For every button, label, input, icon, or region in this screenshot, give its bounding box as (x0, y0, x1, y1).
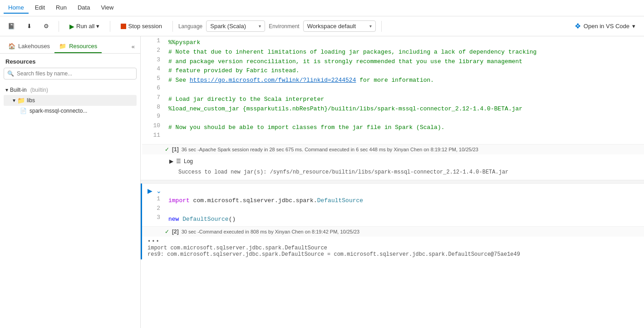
sidebar: 🏠 Lakehouses 📁 Resources « Resources 🔍 ▾… (0, 36, 141, 328)
log-expand-icon: ▶ (169, 158, 173, 164)
language-value: Spark (Scala) (210, 23, 246, 30)
code-line-7: # Load jar directly to the Scala interpr… (165, 95, 644, 104)
check-icon-1: ✓ (165, 146, 169, 153)
collapse-cell-button[interactable]: ⌄ (156, 187, 162, 194)
cell-1: 1 2 3 4 5 6 7 8 9 10 11 %%pyspark # Note… (141, 36, 644, 180)
run-cell-button[interactable]: ▶ (147, 187, 152, 194)
stop-session-button[interactable]: Stop session (116, 20, 167, 32)
builtin-label: Built-in (10, 87, 27, 93)
chevron-down-small-icon: ▾ (13, 97, 15, 104)
cell-1-log-section: ▶ ☰ Log Success to load new jar(s): /syn… (142, 154, 644, 180)
cell-2-inner: 1 2 3 import com.microsoft.sqlserver.jdb… (142, 194, 644, 226)
search-icon: 🔍 (7, 70, 14, 77)
open-vs-code-button[interactable]: ❖ Open in VS Code ▾ (570, 20, 640, 33)
toolbar: 📓 ⬇ ⚙ ▶ Run all ▾ Stop session Language … (0, 16, 644, 36)
chevron-down-icon: ▾ (5, 87, 8, 93)
cell-1-status-text: 36 sec -Apache Spark session ready in 28… (182, 147, 478, 152)
sidebar-tab-resources[interactable]: 📁 Resources (54, 40, 102, 53)
cell-1-status: ✓ [1] 36 sec -Apache Spark session ready… (142, 144, 644, 154)
settings-btn[interactable]: ⚙ (39, 20, 53, 32)
nav-data[interactable]: Data (73, 2, 94, 14)
cell-2-code[interactable]: import com.microsoft.sqlserver.jdbc.spar… (165, 194, 644, 226)
output-line-2: res9: com.microsoft.sqlserver.jdbc.spark… (147, 251, 639, 258)
log-body: Success to load new jar(s): /synfs/nb_re… (169, 166, 639, 178)
search-box: 🔍 (4, 68, 137, 80)
code-line-8: %load_new_custom_jar {mssparkutils.nbRes… (165, 104, 644, 114)
libs-folder[interactable]: ▾ 📁 libs (4, 95, 137, 106)
code-line-4: # feature provided by Fabric instead. (165, 66, 644, 76)
vs-chevron: ▾ (632, 23, 635, 30)
builtin-tree-header[interactable]: ▾ Built-in (builtin) (4, 85, 137, 95)
tree-section: ▾ Built-in (builtin) ▾ 📁 libs 📄 spark-ms… (0, 83, 140, 118)
notebook-icon: 📓 (8, 23, 15, 30)
vs-code-icon: ❖ (575, 22, 581, 30)
run-icon: ▶ (69, 23, 74, 30)
resources-icon: 📁 (59, 43, 66, 50)
log-icon: ☰ (176, 158, 181, 164)
cell-2-status: ✓ [2] 30 sec -Command executed in 808 ms… (142, 226, 644, 237)
sidebar-tab-lakehouses[interactable]: 🏠 Lakehouses (4, 40, 54, 53)
top-nav: Home Edit Run Data View (0, 0, 644, 16)
environment-dropdown[interactable]: Workspace default ▾ (303, 20, 376, 32)
cell-2-output: ••• import com.microsoft.sqlserver.jdbc.… (142, 237, 644, 259)
cell-divider (141, 180, 644, 184)
collapse-sidebar-button[interactable]: « (130, 41, 137, 52)
lakehouses-icon: 🏠 (8, 43, 15, 50)
environment-chevron: ▾ (369, 24, 372, 29)
cell-2-controls: ▶ ⌄ (142, 184, 644, 194)
code-line-2: # Note that due to inherent limitations … (165, 48, 644, 57)
language-label: Language (178, 23, 202, 30)
folder-icon: 📁 (17, 97, 25, 104)
run-all-button[interactable]: ▶ Run all ▾ (64, 20, 104, 32)
cell-2-line-2 (165, 206, 644, 215)
resources-label: Resources (69, 43, 97, 50)
code-line-9 (165, 114, 644, 123)
open-vs-label: Open in VS Code (584, 23, 629, 30)
cell-1-code[interactable]: %%pyspark # Note that due to inherent li… (165, 36, 644, 144)
cell-1-inner: 1 2 3 4 5 6 7 8 9 10 11 %%pyspark # Note… (142, 36, 644, 144)
log-header[interactable]: ▶ ☰ Log (169, 156, 639, 166)
nav-run[interactable]: Run (51, 2, 71, 14)
sidebar-title: Resources (0, 54, 140, 68)
code-line-10: # Now you should be able to import class… (165, 123, 644, 133)
language-chevron: ▾ (259, 24, 261, 29)
notebook-area[interactable]: 1 2 3 4 5 6 7 8 9 10 11 %%pyspark # Note… (141, 36, 644, 328)
code-line-1: %%pyspark (165, 38, 644, 48)
log-label: Log (184, 158, 193, 164)
notebook-icon-btn[interactable]: 📓 (4, 20, 19, 32)
cell-2-line-nums: 1 2 3 (142, 194, 165, 226)
download-icon: ⬇ (27, 23, 32, 30)
environment-label: Environment (269, 23, 299, 30)
run-all-chevron: ▾ (96, 23, 99, 30)
sidebar-tabs: 🏠 Lakehouses 📁 Resources « (0, 36, 140, 54)
lakehouses-label: Lakehouses (18, 43, 50, 50)
divider2 (110, 21, 110, 32)
code-line-6 (165, 85, 644, 95)
output-dots: ••• (147, 239, 639, 245)
output-line-1: import com.microsoft.sqlserver.jdbc.spar… (147, 245, 639, 251)
nav-view[interactable]: View (96, 2, 118, 14)
gear-icon: ⚙ (44, 23, 49, 30)
download-btn[interactable]: ⬇ (23, 20, 36, 32)
environment-value: Workspace default (307, 23, 356, 30)
code-line-5: # See https://go.microsoft.com/fwlink/?l… (165, 76, 644, 85)
divider1 (59, 21, 59, 32)
cell-2-line-3: new DefaultSource() (165, 215, 644, 224)
code-line-11 (165, 133, 644, 142)
file-name: spark-mssql-connecto... (29, 108, 87, 114)
nav-edit[interactable]: Edit (30, 2, 49, 14)
cell-2: ▶ ⌄ 1 2 3 import com.microsoft.sqlserver… (141, 184, 644, 259)
language-dropdown[interactable]: Spark (Scala) ▾ (206, 20, 265, 32)
check-icon-2: ✓ (165, 229, 169, 235)
divider3 (172, 21, 173, 32)
folder-name: libs (27, 97, 35, 104)
stop-label: Stop session (128, 23, 162, 30)
jar-file-item[interactable]: 📄 spark-mssql-connecto... (4, 106, 137, 116)
nav-home[interactable]: Home (4, 2, 29, 14)
cell-1-line-nums: 1 2 3 4 5 6 7 8 9 10 11 (142, 36, 165, 144)
divider4 (381, 21, 382, 32)
stop-icon (121, 24, 126, 29)
builtin-suffix: (builtin) (30, 87, 48, 93)
search-input[interactable] (4, 68, 137, 80)
cell-1-ref: [1] (172, 146, 179, 153)
